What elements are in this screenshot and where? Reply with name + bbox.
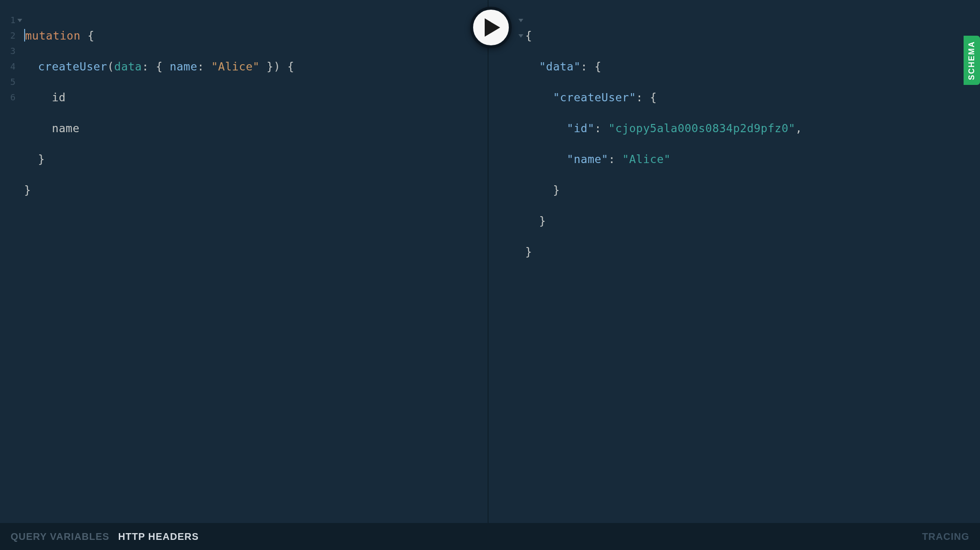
- jval-id: "cjopy5ala000s0834p2d9pfz0": [608, 122, 795, 135]
- fold-gutter: [517, 0, 525, 523]
- line-number: 4: [0, 59, 15, 74]
- brace: }: [553, 184, 560, 196]
- brace: {: [287, 60, 294, 73]
- brace: {: [650, 91, 657, 104]
- tab-query-variables[interactable]: QUERY VARIABLES: [11, 531, 110, 542]
- schema-tab[interactable]: SCHEMA: [964, 36, 980, 85]
- brace: {: [525, 29, 532, 42]
- brace: {: [87, 29, 94, 42]
- line-number: 5: [0, 74, 15, 90]
- tab-http-headers[interactable]: HTTP HEADERS: [118, 531, 199, 542]
- line-number-gutter: 1 2 3 4 5 6: [0, 0, 15, 523]
- arg-data: data: [114, 60, 142, 73]
- footer-bar: QUERY VARIABLES HTTP HEADERS TRACING: [0, 523, 980, 550]
- string-alice: "Alice": [211, 60, 259, 73]
- brace: {: [595, 60, 602, 73]
- svg-marker-2: [518, 34, 523, 38]
- paren: (: [107, 60, 114, 73]
- colon: :: [636, 91, 643, 104]
- fold-toggle-icon[interactable]: [15, 13, 24, 28]
- line-number: 1: [0, 13, 15, 28]
- line-number: 6: [0, 90, 15, 105]
- jkey-createUser: "createUser": [553, 91, 636, 104]
- colon: :: [142, 60, 149, 73]
- brace: }: [24, 184, 31, 196]
- colon: :: [581, 60, 588, 73]
- field-name: name: [52, 122, 79, 135]
- fold-toggle-icon[interactable]: [517, 28, 525, 43]
- jkey-id: "id": [567, 122, 594, 135]
- query-code[interactable]: mutation { createUser(data: { name: "Ali…: [24, 0, 488, 523]
- svg-marker-3: [485, 18, 500, 37]
- jkey-name: "name": [567, 153, 608, 165]
- colon: :: [594, 122, 601, 135]
- prop-name: name: [169, 60, 197, 73]
- colon: :: [608, 153, 615, 165]
- fold-gutter: [15, 0, 24, 523]
- brace: }: [525, 246, 532, 258]
- main-area: 1 2 3 4 5 6 mutation { createUser(data: …: [0, 0, 980, 523]
- svg-marker-1: [518, 19, 523, 22]
- brace: }: [38, 153, 45, 165]
- query-editor-pane[interactable]: 1 2 3 4 5 6 mutation { createUser(data: …: [0, 0, 489, 523]
- keyword-mutation: mutation: [25, 29, 81, 42]
- paren: ): [274, 60, 280, 73]
- brace: }: [266, 60, 273, 73]
- tab-tracing[interactable]: TRACING: [922, 531, 969, 542]
- run-button[interactable]: [470, 7, 512, 48]
- graphql-playground: 1 2 3 4 5 6 mutation { createUser(data: …: [0, 0, 980, 550]
- jval-name: "Alice": [622, 153, 671, 165]
- colon: :: [197, 60, 204, 73]
- fold-toggle-icon[interactable]: [517, 13, 525, 28]
- result-pane: { "data": { "createUser": { "id": "cjopy…: [489, 0, 980, 523]
- line-number: 3: [0, 43, 15, 59]
- fn-createUser: createUser: [38, 60, 107, 73]
- result-json[interactable]: { "data": { "createUser": { "id": "cjopy…: [525, 0, 980, 523]
- line-number: 2: [0, 28, 15, 43]
- brace: {: [156, 60, 163, 73]
- play-icon: [485, 18, 500, 37]
- jkey-data: "data": [539, 60, 581, 73]
- field-id: id: [52, 91, 66, 104]
- brace: }: [539, 215, 546, 227]
- svg-marker-0: [17, 19, 22, 22]
- comma: ,: [796, 122, 802, 135]
